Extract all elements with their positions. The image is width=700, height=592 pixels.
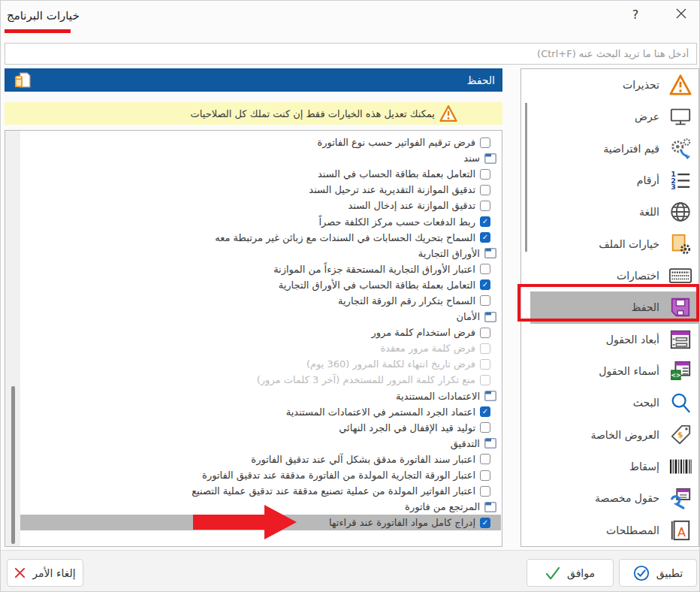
- option-checkbox[interactable]: [480, 454, 490, 464]
- option-row[interactable]: تدقيق الموازنة التقديرية عند ترحيل السند: [20, 182, 501, 198]
- cancel-button[interactable]: إلغاء الأمر: [7, 559, 83, 587]
- sidebar-item-numbers[interactable]: 123أرقام: [530, 165, 698, 196]
- option-section-row[interactable]: سند: [20, 150, 501, 166]
- option-checkbox[interactable]: ✓: [480, 279, 490, 290]
- help-button[interactable]: ?: [626, 6, 644, 24]
- sidebar-item-label: اللغة: [639, 206, 659, 218]
- sidebar-item-warnings[interactable]: تحذيرات: [530, 69, 698, 101]
- option-section-row[interactable]: التدقيق: [20, 436, 501, 452]
- section-window-icon: [484, 502, 496, 512]
- sidebar-item-language[interactable]: اللغة: [530, 196, 698, 228]
- option-row[interactable]: فرض تاريخ انتهاء لكلمة المرور (360 يوم): [20, 356, 501, 372]
- option-checkbox[interactable]: [480, 470, 490, 481]
- numbers-icon: 123: [668, 168, 692, 192]
- option-checkbox[interactable]: [480, 185, 490, 195]
- option-label: فرض ترقيم الفواتير حسب نوع الفاتورة: [317, 137, 475, 148]
- option-row[interactable]: ✓ربط الدفعات حسب مركز الكلفة حصراً: [20, 213, 501, 229]
- option-label: اعتبار الورقة التجارية المولدة من الفاتو…: [202, 470, 475, 481]
- options-scrollbar[interactable]: [5, 131, 20, 546]
- option-checkbox[interactable]: ✓: [480, 406, 490, 417]
- option-row[interactable]: السماح بتكرار رقم الورقة التجارية: [20, 293, 501, 309]
- option-section-row[interactable]: المرتجع من فاتورة: [20, 499, 501, 515]
- sidebar-scrollbar-thumb[interactable]: [525, 103, 527, 252]
- section-window-icon: [484, 248, 496, 258]
- sidebar-item-file-options[interactable]: خيارات الملف: [530, 228, 698, 260]
- search-input[interactable]: [5, 43, 697, 65]
- option-row[interactable]: التعامل بعملة بطاقة الحساب في السند: [20, 166, 501, 182]
- sidebar-item-defaults[interactable]: قيم افتراضية: [530, 133, 698, 165]
- option-row[interactable]: اعتبار سند الفاتورة مدقق بشكل آلي عند تد…: [20, 452, 501, 467]
- option-checkbox[interactable]: [480, 137, 490, 148]
- option-checkbox[interactable]: [480, 201, 490, 211]
- cancel-button-label: إلغاء الأمر: [32, 567, 75, 579]
- barcode-icon: [668, 455, 692, 479]
- sidebar-item-shortcuts[interactable]: اختصارات: [530, 260, 698, 291]
- option-row[interactable]: فرض كلمة مرور معقدة: [20, 340, 501, 356]
- option-checkbox[interactable]: [480, 295, 490, 306]
- option-section-row[interactable]: الأوراق التجارية: [20, 246, 501, 261]
- fieldnames-icon: <>: [668, 359, 692, 383]
- option-checkbox[interactable]: ✓: [480, 518, 490, 528]
- option-label: سند: [463, 153, 480, 164]
- svg-text:3: 3: [671, 183, 676, 191]
- option-checkbox[interactable]: [480, 169, 490, 180]
- sidebar-item-terms[interactable]: Aالمصطلحات: [530, 515, 698, 546]
- option-row[interactable]: اعتبار الأوراق التجارية المستحقة جزءاً م…: [20, 261, 501, 277]
- ok-check-icon: [545, 566, 560, 580]
- sidebar-item-drop[interactable]: إسقاط: [530, 451, 698, 482]
- option-row[interactable]: تدقيق الموازنة عند إدخال السند: [20, 198, 501, 213]
- window-title: خيارات البرنامج: [7, 9, 80, 23]
- option-checkbox[interactable]: [480, 264, 490, 274]
- apply-button[interactable]: تطبيق: [619, 559, 697, 587]
- filegear-icon: [668, 232, 692, 256]
- option-label: اعتبار الفواتير المولدة من عملية تصنيع م…: [192, 485, 475, 497]
- option-label: الأمان: [457, 311, 481, 322]
- sidebar-item-field-sizes[interactable]: أبعاد الحقول: [530, 324, 698, 355]
- option-row[interactable]: ✓التعامل بعملة بطاقة الحساب في الأوراق ا…: [20, 277, 501, 293]
- option-checkbox[interactable]: [480, 422, 490, 433]
- option-row[interactable]: توليد قيد الإقفال في الجرد النهائي: [20, 420, 501, 436]
- sidebar-item-label: قيم افتراضية: [603, 143, 659, 155]
- sidebar-item-label: المصطلحات: [606, 524, 659, 536]
- apply-button-label: تطبيق: [656, 567, 683, 579]
- globe-icon: [668, 200, 692, 224]
- option-checkbox[interactable]: [480, 343, 490, 354]
- option-row[interactable]: فرض ترقيم الفواتير حسب نوع الفاتورة: [20, 134, 501, 150]
- sidebar-item-display[interactable]: عرض: [530, 101, 698, 132]
- option-label: توليد قيد الإقفال في الجرد النهائي: [339, 422, 475, 433]
- option-row[interactable]: اعتبار الورقة التجارية المولدة من الفاتو…: [20, 467, 501, 483]
- option-label: السماح بتحريك الحسابات في السندات مع زبا…: [215, 232, 475, 243]
- sidebar-item-search[interactable]: البحث: [530, 387, 698, 418]
- sidebar-item-label: أسماء الحقول: [599, 365, 659, 377]
- option-label: فرض تاريخ انتهاء لكلمة المرور (360 يوم): [306, 358, 475, 370]
- option-label: التعامل بعملة بطاقة الحساب في الأوراق ال…: [279, 279, 475, 291]
- section-window-icon: [484, 312, 496, 322]
- option-section-row[interactable]: الاعتمادات المستندية: [20, 388, 501, 404]
- option-label: الاعتمادات المستندية: [396, 391, 480, 402]
- close-button[interactable]: [671, 6, 691, 24]
- sidebar-item-custom-fields[interactable]: حقول مخصصة: [530, 482, 698, 514]
- sidebar-item-field-names[interactable]: <>أسماء الحقول: [530, 355, 698, 387]
- option-checkbox[interactable]: [480, 486, 490, 497]
- option-row[interactable]: ✓السماح بتحريك الحسابات في السندات مع زب…: [20, 230, 501, 246]
- apply-check-icon: [633, 565, 650, 581]
- option-row[interactable]: منع تكرار كلمة المرور للمستخدم (آخر 3 كل…: [20, 372, 501, 388]
- section-window-icon: [484, 438, 496, 449]
- sidebar-item-label: أرقام: [637, 174, 659, 186]
- option-row[interactable]: اعتبار الفواتير المولدة من عملية تصنيع م…: [20, 483, 501, 499]
- ok-button[interactable]: موافق: [527, 559, 614, 587]
- option-checkbox[interactable]: ✓: [480, 232, 490, 243]
- sidebar-item-save[interactable]: الحفظ: [530, 291, 698, 323]
- option-row[interactable]: ✓إدراج كامل مواد الفاتورة عند قراءتها: [20, 515, 501, 530]
- sidebar-item-special-offers[interactable]: $العروض الخاصة: [530, 419, 698, 451]
- option-checkbox[interactable]: ✓: [480, 216, 490, 227]
- option-checkbox[interactable]: [480, 328, 490, 338]
- option-label: اعتماد الجرد المستمر في الاعتمادات المست…: [286, 406, 475, 418]
- option-checkbox[interactable]: [480, 375, 490, 385]
- floppy-icon: [668, 295, 692, 319]
- option-row[interactable]: ✓اعتماد الجرد المستمر في الاعتمادات المس…: [20, 404, 501, 420]
- option-row[interactable]: فرض استخدام كلمة مرور: [20, 325, 501, 340]
- option-checkbox[interactable]: [480, 359, 490, 370]
- option-section-row[interactable]: الأمان: [20, 309, 501, 325]
- options-scrollbar-thumb[interactable]: [11, 386, 15, 544]
